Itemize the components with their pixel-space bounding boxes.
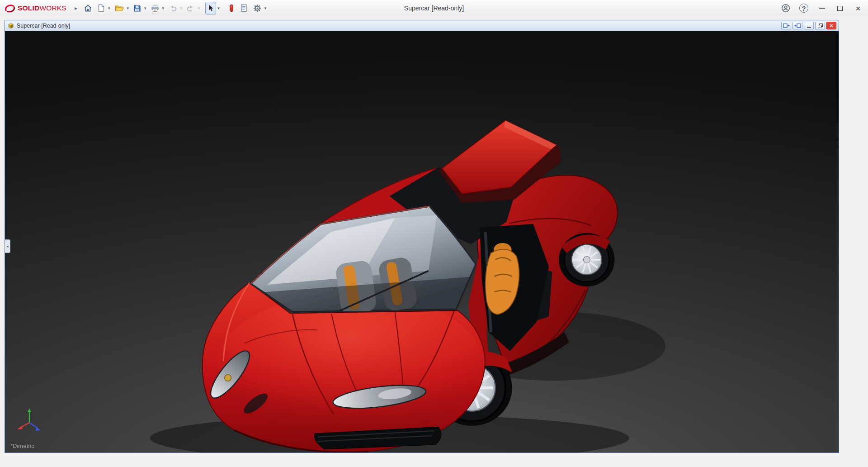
minimize-icon xyxy=(819,8,825,9)
open-folder-icon xyxy=(115,5,124,12)
pane-left-icon xyxy=(783,23,790,29)
help-icon: ? xyxy=(799,4,808,13)
home-button[interactable] xyxy=(82,2,94,14)
assembly-document-icon xyxy=(7,22,14,29)
home-icon xyxy=(84,4,92,12)
monitor-pane-right-button[interactable] xyxy=(793,22,802,29)
help-button[interactable]: ? xyxy=(798,2,809,14)
chevron-left-icon: ◂ xyxy=(6,244,8,248)
restore-icon xyxy=(818,24,823,28)
app-titlebar: SOLIDWORKS ▸ ▾ ▾ xyxy=(0,0,868,16)
undo-button[interactable] xyxy=(167,2,179,14)
document-window: Supercar [Read-only] × xyxy=(5,20,839,453)
view-orientation-label: *Dimetric xyxy=(10,443,34,449)
select-cursor-icon xyxy=(208,4,214,12)
gear-icon xyxy=(253,4,261,12)
save-dropdown[interactable]: ▾ xyxy=(143,6,147,10)
options-button[interactable] xyxy=(251,2,263,14)
file-properties-icon xyxy=(241,4,247,12)
new-document-icon xyxy=(98,4,105,12)
redo-button[interactable] xyxy=(185,2,197,14)
close-icon: × xyxy=(830,23,833,29)
redo-icon xyxy=(187,5,195,12)
print-dropdown[interactable]: ▾ xyxy=(161,6,165,10)
close-button[interactable]: × xyxy=(853,2,863,14)
close-icon: × xyxy=(855,4,860,13)
chevron-right-icon: ▸ xyxy=(72,5,80,11)
app-title: Supercar [Read-only] xyxy=(404,0,464,16)
rebuild-icon xyxy=(229,4,234,12)
account-button[interactable] xyxy=(780,2,791,14)
new-document-button[interactable] xyxy=(96,2,107,14)
maximize-icon xyxy=(837,6,843,11)
new-document-dropdown[interactable]: ▾ xyxy=(107,6,111,10)
graphics-viewport[interactable]: ◂ xyxy=(5,31,839,453)
print-button[interactable] xyxy=(149,2,161,14)
maximize-button[interactable] xyxy=(835,2,845,14)
select-tool-dropdown[interactable]: ▾ xyxy=(217,6,221,10)
account-icon xyxy=(781,4,790,13)
redo-dropdown[interactable]: ▾ xyxy=(197,6,201,10)
featuremanager-collapsed-tab[interactable]: ◂ xyxy=(5,239,10,253)
open-button[interactable] xyxy=(113,2,126,14)
solidworks-logo: SOLIDWORKS xyxy=(5,4,66,13)
minimize-button[interactable] xyxy=(816,2,827,14)
open-dropdown[interactable]: ▾ xyxy=(126,6,130,10)
minimize-icon xyxy=(807,27,811,28)
pane-right-icon xyxy=(794,23,801,29)
select-tool-button[interactable] xyxy=(205,2,216,14)
save-button[interactable] xyxy=(132,2,143,14)
undo-icon xyxy=(169,5,177,12)
solidworks-wordmark: SOLIDWORKS xyxy=(18,4,66,12)
undo-dropdown[interactable]: ▾ xyxy=(179,6,183,10)
solidworks-logo-mark xyxy=(5,4,15,13)
save-icon xyxy=(133,5,141,12)
document-titlebar[interactable]: Supercar [Read-only] × xyxy=(5,20,839,31)
document-restore-button[interactable] xyxy=(815,22,825,29)
document-minimize-button[interactable] xyxy=(804,22,814,29)
rear-wheel[interactable] xyxy=(559,233,614,286)
options-dropdown[interactable]: ▾ xyxy=(264,6,268,10)
monitor-pane-left-button[interactable] xyxy=(781,22,791,29)
toolbar-expand-arrow[interactable]: ▸ xyxy=(70,2,82,14)
rebuild-button[interactable] xyxy=(226,2,237,14)
print-icon xyxy=(151,5,159,12)
reference-triad[interactable] xyxy=(16,407,43,434)
document-close-button[interactable]: × xyxy=(826,22,836,29)
supercar-model[interactable] xyxy=(5,31,839,453)
file-properties-button[interactable] xyxy=(239,2,250,14)
document-title: Supercar [Read-only] xyxy=(17,23,70,29)
